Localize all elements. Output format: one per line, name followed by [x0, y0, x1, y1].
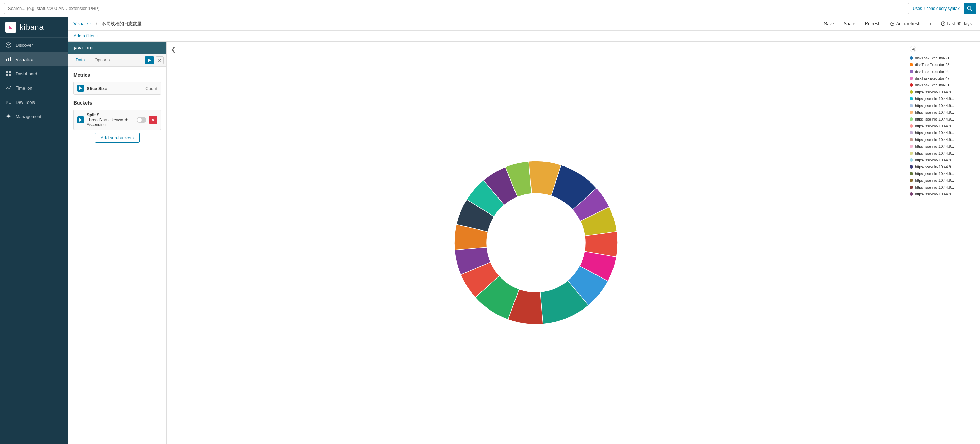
- viz-area: java_log Data Options ✕ Metrics: [68, 42, 980, 444]
- metrics-section: Metrics Slice Size Count: [68, 67, 166, 100]
- kibana-logo-icon: [5, 22, 16, 33]
- sidebar-item-devtools[interactable]: Dev Tools: [0, 95, 68, 109]
- sidebar-label-management: Management: [16, 114, 41, 119]
- auto-refresh-icon: [890, 21, 894, 26]
- dashboard-icon: [5, 70, 11, 77]
- search-button[interactable]: [964, 3, 976, 14]
- legend-label: https-jsse-nio-10.44.9...: [915, 179, 954, 182]
- legend-label: https-jsse-nio-10.44.9...: [915, 124, 954, 128]
- bucket-chevron-icon: [79, 118, 82, 121]
- visualize-icon: [5, 56, 11, 62]
- breadcrumb-sep: /: [96, 21, 97, 26]
- search-input[interactable]: [4, 3, 909, 14]
- svg-rect-11: [9, 74, 11, 76]
- sidebar-item-timelion[interactable]: Timelion: [0, 81, 68, 95]
- svg-rect-5: [6, 59, 8, 61]
- clock-icon: [941, 21, 945, 26]
- sidebar-item-management[interactable]: Management: [0, 109, 68, 124]
- svg-rect-8: [6, 71, 8, 73]
- svg-point-4: [8, 45, 9, 46]
- legend-item: https-jsse-nio-10.44.9...: [910, 178, 976, 183]
- delete-bucket-button[interactable]: ✕: [149, 116, 157, 124]
- save-button[interactable]: Save: [821, 20, 837, 27]
- discover-icon: [5, 42, 11, 48]
- panel-more-options[interactable]: ⋮: [68, 148, 166, 161]
- time-range-button[interactable]: Last 90 days: [938, 20, 975, 27]
- legend-label: https-jsse-nio-10.44.9...: [915, 165, 954, 169]
- sidebar-item-discover[interactable]: Discover: [0, 38, 68, 52]
- svg-rect-7: [10, 57, 11, 61]
- legend-dot: [910, 104, 913, 107]
- legend-dot: [910, 117, 913, 121]
- legend-item: https-jsse-nio-10.44.9...: [910, 103, 976, 108]
- prev-time-button[interactable]: ‹: [927, 20, 934, 27]
- tab-data[interactable]: Data: [71, 54, 89, 66]
- legend-dot: [910, 179, 913, 182]
- legend-label: https-jsse-nio-10.44.9...: [915, 144, 954, 149]
- legend-label: diskTaskExecutor-29: [915, 69, 950, 73]
- buckets-section: Buckets Split S... ThreadName.keyword: A…: [68, 100, 166, 148]
- legend-label: https-jsse-nio-10.44.9...: [915, 104, 954, 108]
- legend-label: https-jsse-nio-10.44.9...: [915, 151, 954, 155]
- legend-dot: [910, 56, 913, 59]
- sidebar-label-dashboard: Dashboard: [16, 71, 37, 76]
- legend-item: https-jsse-nio-10.44.9...: [910, 150, 976, 156]
- time-range-label: Last 90 days: [947, 21, 972, 26]
- legend-panel: ◀diskTaskExecutor-21diskTaskExecutor-28d…: [905, 42, 980, 444]
- bucket-expand-button[interactable]: [77, 117, 84, 123]
- legend-expand-button[interactable]: ◀: [910, 46, 916, 53]
- cancel-button[interactable]: ✕: [156, 56, 164, 64]
- chart-area: ❮: [167, 42, 905, 444]
- logo-text: kibana: [20, 23, 44, 32]
- legend-item: https-jsse-nio-10.44.9...: [910, 96, 976, 101]
- auto-refresh-button[interactable]: Auto-refresh: [887, 20, 923, 27]
- metric-expand-button[interactable]: [77, 85, 84, 92]
- legend-dot: [910, 165, 913, 169]
- run-button[interactable]: [145, 56, 154, 64]
- legend-label: https-jsse-nio-10.44.9...: [915, 131, 954, 135]
- legend-dot: [910, 152, 913, 155]
- auto-refresh-label: Auto-refresh: [896, 21, 920, 26]
- play-icon: [148, 58, 151, 62]
- legend-item: https-jsse-nio-10.44.9...: [910, 144, 976, 149]
- svg-point-0: [968, 6, 971, 10]
- legend-label: https-jsse-nio-10.44.9...: [915, 117, 954, 121]
- legend-dot: [910, 158, 913, 162]
- sidebar-item-visualize[interactable]: Visualize: [0, 52, 68, 66]
- share-button[interactable]: Share: [841, 20, 858, 27]
- refresh-button[interactable]: Refresh: [862, 20, 883, 27]
- bucket-toggle[interactable]: [137, 117, 146, 123]
- legend-label: https-jsse-nio-10.44.9...: [915, 192, 954, 196]
- sidebar-label-devtools: Dev Tools: [16, 100, 35, 105]
- top-actions: Save Share Refresh Auto-refresh ‹ Last 9…: [821, 20, 975, 27]
- legend-dot: [910, 124, 913, 128]
- legend-item: https-jsse-nio-10.44.9...: [910, 137, 976, 142]
- breadcrumb-current: 不同线程的日志数量: [102, 21, 142, 27]
- breadcrumb-visualize[interactable]: Visualize: [73, 21, 91, 26]
- legend-item: https-jsse-nio-10.44.9...: [910, 110, 976, 115]
- sidebar-item-dashboard[interactable]: Dashboard: [0, 66, 68, 81]
- kibana-logo-svg: [8, 24, 14, 30]
- add-sub-buckets-button[interactable]: Add sub-buckets: [95, 133, 140, 143]
- legend-item: https-jsse-nio-10.44.9...: [910, 192, 976, 197]
- left-panel: java_log Data Options ✕ Metrics: [68, 42, 167, 444]
- legend-label: https-jsse-nio-10.44.9...: [915, 137, 954, 142]
- legend-dot: [910, 77, 913, 80]
- legend-label: https-jsse-nio-10.44.9...: [915, 172, 954, 176]
- legend-item: https-jsse-nio-10.44.9...: [910, 117, 976, 122]
- tab-options[interactable]: Options: [89, 54, 115, 66]
- sidebar-label-discover: Discover: [16, 43, 33, 48]
- sidebar: kibana Discover Visualize Dashboard Time: [0, 17, 68, 444]
- buckets-title: Buckets: [73, 100, 161, 105]
- metric-label: Slice Size: [87, 86, 143, 91]
- donut-chart: [447, 154, 624, 331]
- svg-marker-18: [79, 86, 82, 90]
- legend-item: diskTaskExecutor-47: [910, 76, 976, 81]
- legend-dot: [910, 90, 913, 94]
- panel-title: java_log: [68, 42, 166, 54]
- legend-label: diskTaskExecutor-47: [915, 76, 950, 80]
- legend-label: https-jsse-nio-10.44.9...: [915, 185, 954, 189]
- add-filter-button[interactable]: Add a filter +: [73, 34, 98, 38]
- chart-back-button[interactable]: ❮: [171, 46, 176, 53]
- legend-item: diskTaskExecutor-21: [910, 55, 976, 61]
